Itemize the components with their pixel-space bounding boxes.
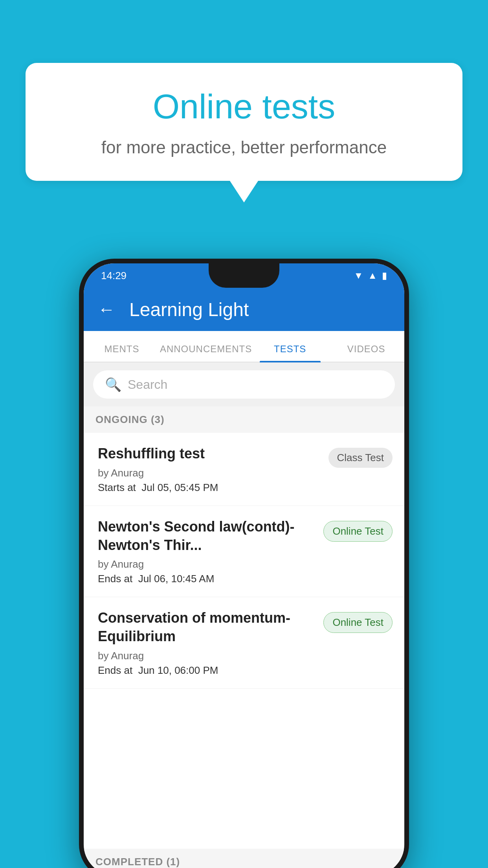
ongoing-section-header: ONGOING (3) [84, 406, 404, 433]
test-item-3-badge: Online Test [323, 612, 393, 633]
search-bar[interactable]: 🔍 Search [93, 370, 395, 399]
wifi-icon: ▼ [354, 270, 363, 281]
test-item-2-content: Newton's Second law(contd)-Newton's Thir… [98, 518, 323, 585]
test-item-3[interactable]: Conservation of momentum-Equilibrium by … [84, 597, 404, 689]
app-bar-title: Learning Light [129, 299, 249, 320]
status-time: 14:29 [101, 270, 127, 282]
test-item-1-badge: Class Test [328, 448, 393, 468]
battery-icon: ▮ [382, 270, 387, 281]
test-item-2-title: Newton's Second law(contd)-Newton's Thir… [98, 518, 316, 555]
test-item-1[interactable]: Reshuffling test by Anurag Starts at Jul… [84, 433, 404, 506]
test-item-2-date-value: Jul 06, 10:45 AM [138, 573, 215, 585]
speech-bubble-title: Online tests [57, 86, 431, 127]
test-item-2-date-label: Ends at [98, 573, 132, 585]
test-item-2-date: Ends at Jul 06, 10:45 AM [98, 573, 316, 585]
test-item-3-content: Conservation of momentum-Equilibrium by … [98, 609, 323, 677]
completed-section-label: COMPLETED (1) [95, 856, 180, 868]
test-item-2-author: by Anurag [98, 558, 316, 570]
test-item-1-title: Reshuffling test [98, 445, 321, 463]
completed-section-header: COMPLETED (1) [84, 849, 404, 868]
test-item-1-date-value: Jul 05, 05:45 PM [141, 482, 218, 493]
test-item-3-author: by Anurag [98, 650, 316, 662]
app-bar: ← Learning Light [84, 288, 404, 331]
search-bar-container: 🔍 Search [84, 362, 404, 406]
phone-inner: 14:29 ▼ ▲ ▮ ← Learning Light MENTS ANNOU… [84, 263, 404, 868]
tab-announcements[interactable]: ANNOUNCEMENTS [160, 344, 252, 362]
tab-videos[interactable]: VIDEOS [328, 344, 404, 362]
test-item-3-date-label: Ends at [98, 664, 132, 676]
search-placeholder: Search [128, 377, 167, 392]
test-item-1-author: by Anurag [98, 467, 321, 479]
ongoing-section-label: ONGOING (3) [95, 414, 165, 425]
test-item-2-badge: Online Test [323, 521, 393, 542]
test-item-3-date-value: Jun 10, 06:00 PM [138, 664, 218, 676]
tabs-container: MENTS ANNOUNCEMENTS TESTS VIDEOS [84, 331, 404, 362]
speech-bubble-container: Online tests for more practice, better p… [26, 63, 462, 181]
status-icons: ▼ ▲ ▮ [354, 270, 387, 281]
test-item-1-content: Reshuffling test by Anurag Starts at Jul… [98, 445, 328, 494]
test-item-3-date: Ends at Jun 10, 06:00 PM [98, 664, 316, 677]
test-item-1-date-label: Starts at [98, 482, 136, 493]
speech-bubble-subtitle: for more practice, better performance [57, 138, 431, 157]
test-item-1-date: Starts at Jul 05, 05:45 PM [98, 482, 321, 494]
search-icon: 🔍 [105, 377, 121, 392]
test-item-3-title: Conservation of momentum-Equilibrium [98, 609, 316, 646]
tab-tests[interactable]: TESTS [252, 344, 328, 362]
phone-frame: 14:29 ▼ ▲ ▮ ← Learning Light MENTS ANNOU… [79, 259, 409, 868]
back-button[interactable]: ← [98, 300, 115, 319]
speech-bubble: Online tests for more practice, better p… [26, 63, 462, 181]
phone-notch [209, 263, 279, 288]
test-item-2[interactable]: Newton's Second law(contd)-Newton's Thir… [84, 506, 404, 598]
tab-ments[interactable]: MENTS [84, 344, 160, 362]
signal-icon: ▲ [368, 270, 377, 281]
